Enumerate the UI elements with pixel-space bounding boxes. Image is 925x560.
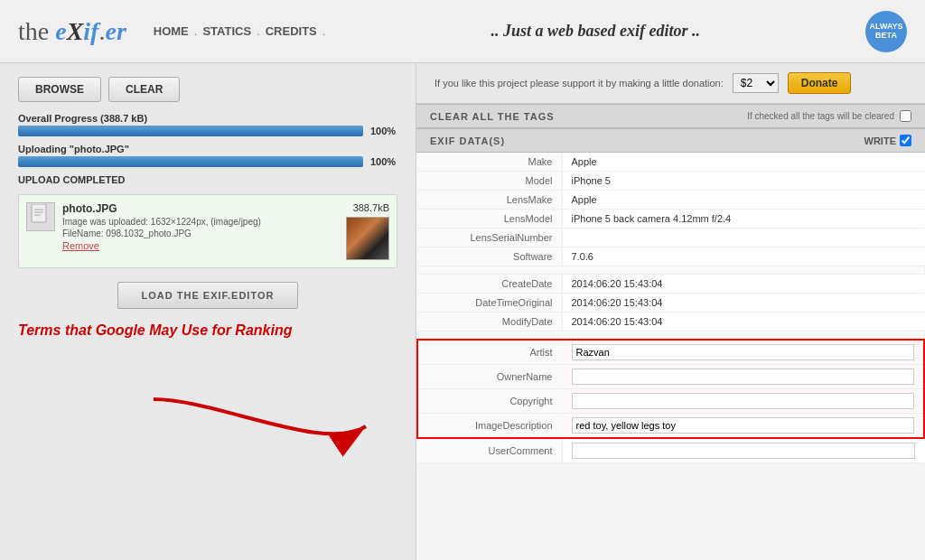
tagline: .. Just a web based exif editor .. [491,22,700,41]
overall-progress-bar-container: 100% [18,126,397,136]
upload-progress-bar [18,156,363,167]
svg-rect-0 [32,204,46,222]
exif-field-value: Apple [562,153,924,172]
table-row: LensModeliPhone 5 back camera 4.12mm f/2… [417,210,924,229]
exif-field-label: OwnerName [417,365,562,389]
clear-tags-title: CLEAR ALL THE TAGS [430,111,555,122]
google-terms-text: Terms that Google May Use for Ranking [18,322,397,339]
beta-badge: ALWAYSBETA [865,11,907,52]
table-row: DateTimeOriginal2014:06:20 15:43:04 [417,294,924,313]
exif-field-label: Make [417,153,562,172]
file-document-icon [30,204,51,229]
donate-button[interactable]: Donate [788,72,852,94]
overall-progress-pct: 100% [370,126,397,136]
exif-section-title: EXIF DATA(S) [430,135,505,146]
logo-er: er [105,17,126,45]
overall-progress-label: Overall Progress (388.7 kB) [18,113,397,124]
donation-text: If you like this project please support … [434,78,724,89]
nav-credits[interactable]: CREDITS [266,24,317,38]
nav-statics[interactable]: STATICS [202,24,251,38]
donation-amount-select[interactable]: $2 $5 $10 [733,73,779,93]
nav-dot1: . [194,24,198,38]
exif-input-copyright[interactable] [572,393,915,409]
logo-if: if [83,17,98,45]
table-row: ModifyDate2014:06:20 15:43:04 [417,313,924,331]
exif-section-bar: EXIF DATA(S) WRITE [416,128,925,153]
left-panel: BROWSE CLEAR Overall Progress (388.7 kB)… [0,63,416,560]
table-row: CreateDate2014:06:20 15:43:04 [417,275,924,294]
clear-tags-checkbox-label: If checked all the tags will be cleared [747,111,894,121]
file-size: 388.7kB [353,202,389,213]
exif-field-label: Software [417,247,562,266]
exif-field-label: Copyright [417,389,562,414]
action-buttons: BROWSE CLEAR [18,77,397,102]
logo: the eXif.er [18,17,126,46]
overall-progress-bar [18,126,363,136]
right-panel: If you like this project please support … [416,63,925,560]
exif-input-usercomment[interactable] [572,443,916,459]
exif-field-label: ImageDescription [417,414,562,439]
exif-field-label: LensModel [417,210,562,229]
file-meta-line2: FileName: 098.1032_photo.JPG [62,229,339,238]
table-row: Software7.0.6 [417,247,924,266]
red-arrow [145,390,379,465]
exif-input-ownername[interactable] [572,369,915,385]
upload-progress-bar-container: 100% [18,156,397,167]
exif-input-artist[interactable] [572,344,915,360]
file-remove-link[interactable]: Remove [62,240,339,251]
table-row: Artist [417,340,924,365]
upload-progress-fill [18,156,363,167]
write-checkbox[interactable] [900,135,911,146]
file-meta-line1: Image was uploaded: 1632×1224px, (image/… [62,217,339,227]
exif-field-value[interactable] [562,365,924,389]
load-exif-editor-button[interactable]: LOAD THE EXIF.EDITOR [117,282,298,309]
table-row: UserComment [417,438,924,463]
nav-home[interactable]: HOME [154,24,189,38]
exif-field-value[interactable] [562,389,924,414]
logo-the: the [18,17,55,45]
file-icon [26,202,55,231]
exif-field-value: iPhone 5 back camera 4.12mm f/2.4 [562,210,924,229]
table-row: ImageDescription [417,414,924,439]
exif-field-label: CreateDate [417,275,562,294]
table-row: LensMakeApple [417,191,924,210]
exif-field-value: Apple [562,191,924,210]
main-layout: BROWSE CLEAR Overall Progress (388.7 kB)… [0,63,925,560]
logo-e: e [55,17,66,45]
upload-progress-label: Uploading "photo.JPG" [18,144,397,154]
file-info: photo.JPG Image was uploaded: 1632×1224p… [62,202,339,251]
table-row: OwnerName [417,365,924,389]
exif-field-value: iPhone 5 [562,172,924,191]
browse-button[interactable]: BROWSE [18,77,101,102]
exif-input-imagedescription[interactable] [572,417,915,434]
exif-field-label: Artist [417,340,562,365]
file-name: photo.JPG [62,202,339,215]
exif-field-value[interactable] [562,438,924,463]
nav-dot2: . [257,24,260,38]
exif-field-value[interactable] [562,340,924,365]
clear-button[interactable]: CLEAR [108,77,180,102]
overall-progress-section: Overall Progress (388.7 kB) 100% [18,113,397,136]
write-check-group: WRITE [864,135,911,146]
table-row: ModeliPhone 5 [417,172,924,191]
header: the eXif.er HOME . STATICS . CREDITS . .… [0,0,925,63]
table-row: Copyright [417,389,924,414]
clear-tags-check-group: If checked all the tags will be cleared [747,110,911,122]
exif-field-value: 2014:06:20 15:43:04 [562,275,924,294]
upload-progress-section: Uploading "photo.JPG" 100% [18,144,397,167]
exif-field-label: LensSerialNumber [417,229,562,247]
clear-tags-bar: CLEAR ALL THE TAGS If checked all the ta… [416,104,925,128]
exif-field-label: DateTimeOriginal [417,294,562,313]
exif-field-value: 2014:06:20 15:43:04 [562,294,924,313]
exif-table: MakeAppleModeliPhone 5LensMakeAppleLensM… [416,153,925,463]
file-card: photo.JPG Image was uploaded: 1632×1224p… [18,194,397,268]
donation-bar: If you like this project please support … [416,63,925,104]
exif-field-label: UserComment [417,438,562,463]
exif-field-label: ModifyDate [417,313,562,331]
table-row: MakeApple [417,153,924,172]
exif-field-value [562,229,924,247]
clear-tags-checkbox[interactable] [900,110,911,122]
exif-field-value[interactable] [562,414,924,439]
upload-completed-label: UPLOAD COMPLETED [18,174,397,185]
exif-field-label: LensMake [417,191,562,210]
